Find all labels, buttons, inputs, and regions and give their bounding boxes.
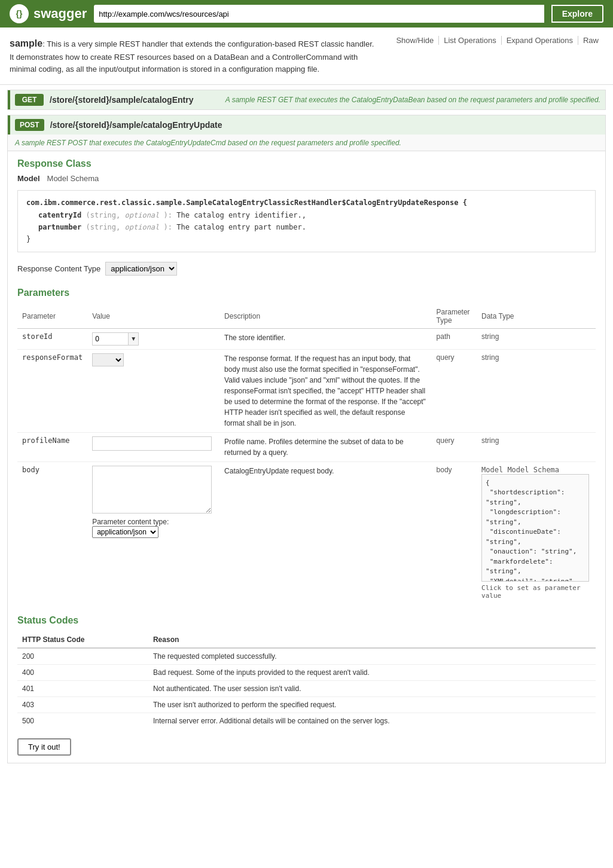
response-content-type-select[interactable]: application/json application/xml	[105, 262, 177, 276]
model-link[interactable]: Model	[481, 466, 503, 474]
profileName-data-type: string	[481, 436, 499, 445]
table-row: 401 Not authenticated. The user session …	[17, 680, 596, 696]
post-endpoint-row: POST /store/{storeId}/sample/catalogEntr…	[7, 115, 606, 763]
storeId-data-type: string	[481, 332, 499, 341]
swagger-title: swagger	[33, 6, 87, 22]
get-method-badge: GET	[15, 94, 44, 106]
status-code-400: 400	[17, 664, 148, 680]
storeId-arrow[interactable]: ▼	[128, 332, 139, 346]
storeId-input-wrapper: ▼	[92, 332, 215, 346]
schema-line: "onauction": "string",	[486, 547, 585, 557]
col-data-type: Data Type	[477, 304, 596, 329]
swagger-logo: {} swagger	[10, 4, 87, 23]
table-row: storeId ▼ The store identifier. path str…	[17, 328, 596, 349]
param-content-type: Parameter content type: application/json…	[92, 518, 215, 538]
model-schema-toggle[interactable]: Model Model Schema	[481, 466, 591, 474]
try-it-out-button[interactable]: Try it out!	[17, 738, 71, 756]
parameters-table: Parameter Value Description Parameter Ty…	[17, 304, 596, 603]
body-desc: CatalogEntryUpdate request body.	[224, 467, 334, 475]
status-reason-200: The requested completed successfully.	[148, 648, 596, 665]
show-hide-link[interactable]: Show/Hide	[391, 36, 439, 45]
header: {} swagger Explore	[0, 0, 613, 27]
status-reason-401: Not authenticated. The user session isn'…	[148, 680, 596, 696]
responseFormat-select[interactable]: json xml	[92, 353, 124, 366]
get-endpoint-header[interactable]: GET /store/{storeId}/sample/catalogEntry…	[8, 90, 605, 109]
col-param-type: Parameter Type	[432, 304, 477, 329]
post-endpoint-header[interactable]: POST /store/{storeId}/sample/catalogEntr…	[8, 115, 605, 135]
param-content-type-label: Parameter content type:	[92, 518, 169, 526]
post-method-badge: POST	[15, 119, 44, 131]
model-tab[interactable]: Model	[17, 174, 40, 183]
description-actions: Show/Hide List Operations Expand Operati…	[391, 36, 603, 76]
status-code-200: 200	[17, 648, 148, 665]
col-value: Value	[87, 304, 219, 329]
status-codes-section: Status Codes HTTP Status Code Reason 200…	[17, 615, 596, 729]
post-endpoint-path: /store/{storeId}/sample/catalogEntryUpda…	[50, 120, 222, 130]
schema-click-note: Click to set as parameter value	[481, 584, 591, 600]
table-row: 200 The requested completed successfully…	[17, 648, 596, 665]
body-param-type: body	[437, 466, 452, 474]
table-row: 500 Internal server error. Additional de…	[17, 713, 596, 729]
post-endpoint-desc: A sample REST POST that executes the Cat…	[15, 139, 401, 147]
profileName-desc: Profile name. Profiles determine the sub…	[224, 438, 404, 457]
model-schema-container: Model Model Schema { "shortdescription":…	[481, 466, 591, 600]
schema-line: {	[486, 478, 585, 488]
responseFormat-desc: The response format. If the request has …	[224, 354, 426, 427]
post-description-row: A sample REST POST that executes the Cat…	[8, 135, 605, 151]
try-btn-row: Try it out!	[17, 738, 596, 756]
col-description: Description	[219, 304, 431, 329]
storeId-desc: The store identifier.	[224, 334, 285, 342]
schema-classname: com.ibm.commerce.rest.classic.sample.Sam…	[26, 197, 587, 209]
schema-field-catentryId: catentryId (string, optional ): The cata…	[38, 209, 587, 221]
param-name-storeId: storeId	[22, 332, 53, 341]
params-header-row: Parameter Value Description Parameter Ty…	[17, 304, 596, 329]
response-content-type-row: Response Content Type application/json a…	[17, 262, 596, 276]
api-url-input[interactable]	[94, 5, 544, 23]
schema-line: "shortdescription": "string",	[486, 488, 585, 508]
raw-link[interactable]: Raw	[578, 36, 603, 45]
post-expanded-content: Response Class Model Model Schema com.ib…	[8, 151, 605, 763]
model-tabs: Model Model Schema	[17, 174, 596, 183]
param-content-type-select[interactable]: application/json application/xml	[92, 526, 158, 538]
schema-close-brace: }	[26, 233, 587, 245]
param-name-responseFormat: responseFormat	[22, 353, 83, 362]
get-endpoint-desc: A sample REST GET that executes the Cata…	[199, 96, 600, 104]
model-schema-link[interactable]: Model Schema	[507, 466, 559, 474]
app-description: : This is a very simple REST handler tha…	[10, 39, 374, 74]
get-endpoint-path: /store/{storeId}/sample/catalogEntry	[50, 95, 193, 105]
schema-line: "XMLdetail": "string",	[486, 577, 585, 582]
response-content-type-label: Response Content Type	[17, 264, 100, 273]
status-code-500: 500	[17, 713, 148, 729]
schema-line: "discontinueDate": "string",	[486, 527, 585, 547]
storeId-value-input[interactable]	[92, 332, 128, 346]
description-text: sample: This is a very simple REST handl…	[10, 36, 379, 76]
param-name-body: body	[22, 466, 39, 474]
profileName-param-type: query	[437, 436, 455, 445]
status-reason-403: The user isn't authorized to perform the…	[148, 696, 596, 713]
status-code-401: 401	[17, 680, 148, 696]
status-codes-table: HTTP Status Code Reason 200 The requeste…	[17, 632, 596, 729]
list-operations-link[interactable]: List Operations	[439, 36, 501, 45]
get-endpoint-row: GET /store/{storeId}/sample/catalogEntry…	[7, 90, 606, 110]
body-textarea[interactable]	[92, 466, 212, 514]
explore-button[interactable]: Explore	[551, 5, 603, 23]
status-reason-400: Bad request. Some of the inputs provided…	[148, 664, 596, 680]
status-reason-500: Internal server error. Additional detail…	[148, 713, 596, 729]
model-schema-tab[interactable]: Model Schema	[47, 174, 99, 183]
table-row: body Parameter content type: application…	[17, 461, 596, 603]
expand-operations-link[interactable]: Expand Operations	[502, 36, 578, 45]
parameters-title: Parameters	[17, 288, 596, 298]
status-codes-title: Status Codes	[17, 615, 596, 626]
schema-line: "markfordelete": "string",	[486, 557, 585, 577]
table-row: 400 Bad request. Some of the inputs prov…	[17, 664, 596, 680]
response-class-title: Response Class	[17, 158, 596, 169]
responseFormat-data-type: string	[481, 353, 499, 362]
profileName-input[interactable]	[92, 436, 212, 451]
table-row: responseFormat json xml The response for…	[17, 349, 596, 432]
description-section: sample: This is a very simple REST handl…	[0, 27, 613, 85]
response-schema-box: com.ibm.commerce.rest.classic.sample.Sam…	[17, 190, 596, 252]
param-name-profileName: profileName	[22, 436, 69, 445]
schema-field-partnumber: partnumber (string, optional ): The cata…	[38, 221, 587, 233]
responseFormat-param-type: query	[437, 353, 455, 362]
schema-json-box[interactable]: { "shortdescription": "string", "longdes…	[481, 474, 589, 582]
